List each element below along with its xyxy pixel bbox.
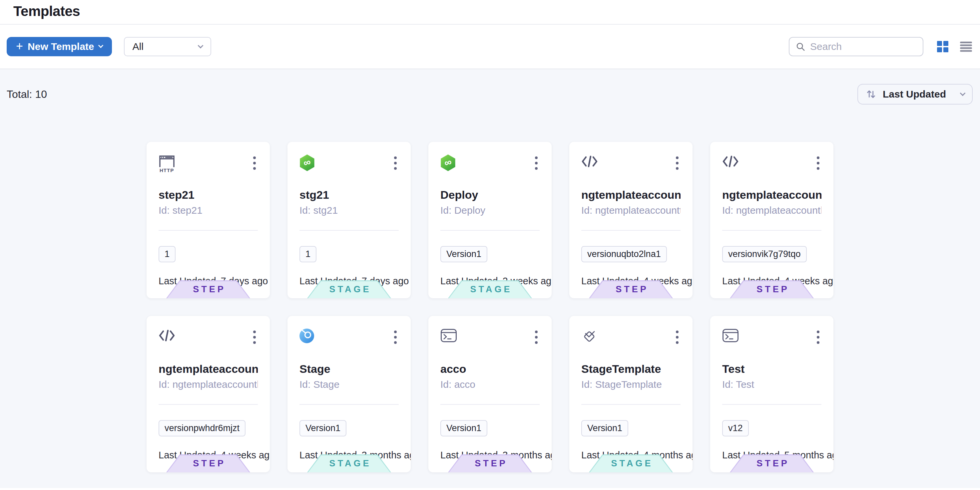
card-menu-button[interactable]	[815, 154, 821, 172]
template-card[interactable]: Stage Id: Stage Version1 Last Updated 3 …	[288, 316, 411, 473]
card-id: Id: StageTemplate	[581, 379, 681, 390]
card-menu-button[interactable]	[392, 328, 399, 346]
template-card[interactable]: acco Id: acco Version1 Last Updated 3 mo…	[428, 316, 552, 473]
search-box[interactable]	[789, 37, 923, 56]
template-type-badge: STEP	[448, 454, 532, 473]
card-title: Stage	[299, 363, 399, 376]
badge-label: STEP	[448, 454, 532, 473]
template-grid: HTTP step21 Id: step21 1 Last Updated 7 …	[0, 142, 980, 473]
diamond-check-icon	[581, 328, 597, 344]
card-menu-button[interactable]	[392, 154, 399, 172]
version-chip: versionuqbto2lna1	[581, 246, 667, 262]
svg-text:HTTP: HTTP	[159, 167, 174, 173]
template-card[interactable]: Test Id: Test v12 Last Updated 5 months …	[710, 316, 834, 473]
card-top	[299, 328, 399, 352]
version-chip: versionvik7g79tqo	[722, 246, 807, 262]
template-type-badge: STAGE	[307, 454, 391, 473]
chevron-down-icon	[98, 43, 103, 48]
version-chip: Version1	[581, 420, 628, 436]
template-type-badge: STEP	[730, 280, 814, 298]
badge-label: STAGE	[307, 454, 391, 473]
badge-label: STEP	[730, 280, 814, 298]
grid-view-button[interactable]	[937, 41, 949, 52]
card-top	[581, 328, 681, 352]
card-menu-button[interactable]	[533, 154, 539, 172]
card-id: Id: Test	[722, 379, 821, 390]
version-chip: 1	[159, 246, 175, 262]
card-menu-button[interactable]	[674, 328, 681, 346]
template-type-badge: STAGE	[307, 280, 391, 298]
sort-label: Last Updated	[883, 89, 946, 100]
card-top	[581, 154, 681, 178]
template-card[interactable]: ngtemplateaccountk… Id: ngtemplateaccoun…	[710, 142, 834, 298]
badge-label: STAGE	[589, 454, 673, 473]
card-menu-button[interactable]	[251, 154, 258, 172]
search-input[interactable]	[810, 41, 917, 52]
badge-label: STEP	[166, 280, 250, 298]
grid-view-icon	[937, 41, 949, 52]
card-top: ∞	[299, 154, 399, 178]
toolbar: + New Template All	[0, 25, 980, 68]
card-id: Id: step21	[159, 205, 258, 216]
card-title: ngtemplateaccountk…	[722, 189, 821, 201]
new-template-button[interactable]: + New Template	[7, 37, 112, 56]
sort-dropdown[interactable]: Last Updated	[858, 84, 973, 105]
card-top	[159, 328, 258, 352]
harness-hexagon-icon: ∞	[299, 154, 315, 171]
terminal-icon	[441, 328, 457, 343]
card-title: stg21	[299, 189, 399, 201]
version-chip: versionpwhdr6mjzt	[159, 420, 245, 436]
stage-circle-icon	[299, 328, 314, 343]
total-count: Total: 10	[7, 88, 47, 100]
template-card[interactable]: StageTemplate Id: StageTemplate Version1…	[569, 316, 692, 473]
card-title: acco	[441, 363, 539, 376]
chevron-down-icon	[197, 43, 203, 48]
terminal-icon	[722, 328, 739, 343]
template-card[interactable]: HTTP step21 Id: step21 1 Last Updated 7 …	[146, 142, 270, 298]
harness-hexagon-icon: ∞	[441, 154, 456, 171]
card-id: Id: ngtemplateaccountk…	[722, 205, 821, 216]
version-chip: v12	[722, 420, 749, 436]
template-type-badge: STEP	[730, 454, 814, 473]
card-top: ∞	[441, 154, 539, 178]
card-top	[722, 154, 821, 178]
card-title: Deploy	[441, 189, 539, 201]
template-card[interactable]: ∞ Deploy Id: Deploy Version1 Last Update…	[428, 142, 552, 298]
card-id: Id: Deploy	[441, 205, 539, 216]
code-icon	[581, 154, 598, 168]
template-card[interactable]: ngtemplateaccountl… Id: ngtemplateaccoun…	[146, 316, 270, 473]
code-icon	[159, 328, 175, 343]
template-type-badge: STAGE	[589, 454, 673, 473]
new-template-label: New Template	[28, 41, 94, 52]
version-chip: 1	[299, 246, 317, 262]
badge-label: STEP	[730, 454, 814, 473]
plus-icon: +	[16, 40, 23, 52]
card-title: StageTemplate	[581, 363, 681, 376]
chevron-down-icon	[960, 90, 966, 96]
http-icon: HTTP	[159, 154, 175, 173]
badge-label: STEP	[166, 454, 250, 473]
version-chip: Version1	[299, 420, 347, 436]
view-toggle	[937, 41, 972, 52]
page-header: Templates	[0, 0, 980, 25]
card-menu-button[interactable]	[674, 154, 681, 172]
search-icon	[795, 41, 805, 52]
list-view-icon	[960, 41, 972, 52]
card-menu-button[interactable]	[251, 328, 258, 346]
card-top	[722, 328, 821, 352]
card-title: ngtemplateaccountl…	[159, 363, 258, 376]
card-top: HTTP	[159, 154, 258, 178]
sort-arrows-icon	[865, 89, 877, 100]
list-view-button[interactable]	[960, 41, 972, 52]
card-menu-button[interactable]	[533, 328, 539, 346]
template-card[interactable]: ngtemplateaccountt… Id: ngtemplateaccoun…	[569, 142, 692, 298]
card-id: Id: ngtemplateaccountlg…	[159, 379, 258, 390]
card-id: Id: stg21	[299, 205, 399, 216]
card-menu-button[interactable]	[815, 328, 821, 346]
template-type-badge: STAGE	[448, 280, 532, 298]
summary-row: Total: 10 Last Updated	[0, 69, 980, 105]
code-icon	[722, 154, 739, 168]
template-card[interactable]: ∞ stg21 Id: stg21 1 Last Updated 7 days …	[288, 142, 411, 298]
filter-select[interactable]: All	[124, 37, 211, 56]
card-top	[441, 328, 539, 352]
